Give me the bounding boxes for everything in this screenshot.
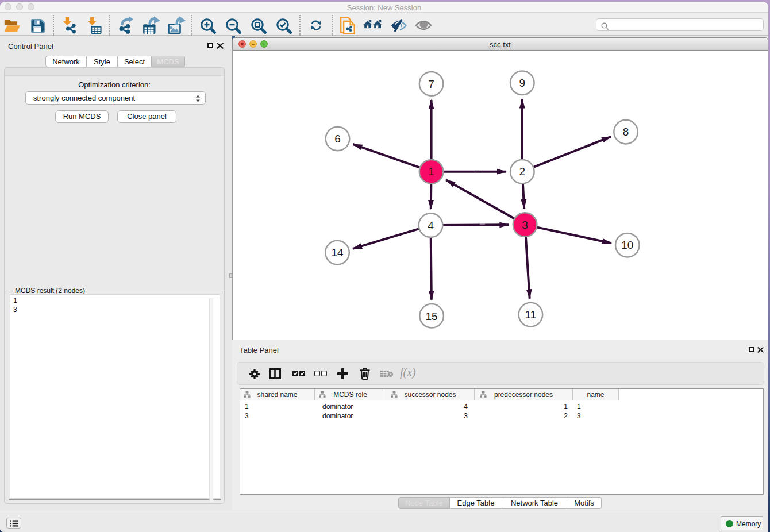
svg-text:10: 10	[621, 239, 633, 251]
svg-text:2: 2	[519, 165, 526, 178]
svg-text:6: 6	[334, 133, 341, 145]
svg-text:7: 7	[428, 78, 434, 90]
svg-text:3: 3	[522, 219, 528, 231]
svg-text:8: 8	[623, 126, 629, 138]
svg-text:15: 15	[426, 310, 438, 322]
svg-text:11: 11	[525, 309, 537, 321]
svg-text:9: 9	[519, 77, 526, 89]
svg-text:4: 4	[428, 219, 434, 232]
svg-text:1: 1	[428, 165, 434, 178]
svg-text:14: 14	[331, 246, 344, 259]
